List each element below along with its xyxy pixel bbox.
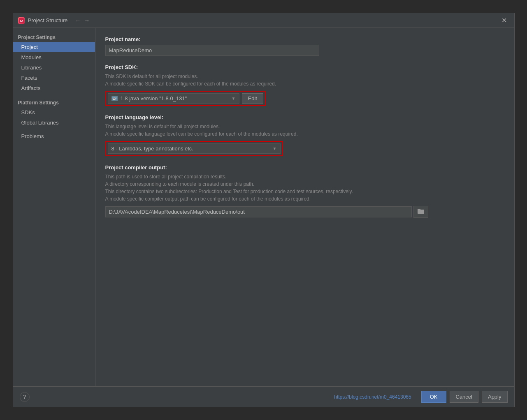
- language-dropdown-arrow: ▼: [269, 146, 277, 151]
- sidebar-item-libraries[interactable]: Libraries: [13, 62, 95, 73]
- title-bar-left: IJ Project Structure ← →: [18, 17, 91, 24]
- sidebar: Project Settings Project Modules Librari…: [13, 28, 95, 386]
- project-name-group: Project name:: [105, 36, 504, 56]
- project-settings-label: Project Settings: [13, 31, 95, 42]
- sdk-edit-button[interactable]: Edit: [242, 93, 263, 104]
- compiler-output-input[interactable]: [105, 206, 412, 217]
- dialog-body: Project Settings Project Modules Librari…: [13, 28, 514, 386]
- compiler-output-group: Project compiler output: This path is us…: [105, 164, 504, 218]
- sidebar-item-artifacts[interactable]: Artifacts: [13, 83, 95, 93]
- help-button[interactable]: ?: [20, 392, 30, 402]
- language-level-desc: This language level is default for all p…: [105, 123, 504, 138]
- sdk-icon: ☕: [111, 96, 118, 101]
- sidebar-item-project[interactable]: Project: [13, 42, 95, 52]
- sdk-value: 1.8 java version "1.8.0_131": [121, 95, 187, 102]
- sidebar-item-global-libraries[interactable]: Global Libraries: [13, 118, 95, 128]
- footer-left: ?: [20, 392, 30, 402]
- title-bar: IJ Project Structure ← → ✕: [13, 13, 514, 28]
- folder-browse-button[interactable]: [413, 206, 428, 218]
- sdk-select[interactable]: ☕ 1.8 java version "1.8.0_131" ▼: [108, 93, 239, 104]
- language-select[interactable]: 8 - Lambdas, type annotations etc. ▼: [108, 143, 281, 154]
- sdk-dropdown-arrow: ▼: [228, 96, 236, 101]
- platform-settings-label: Platform Settings: [13, 97, 95, 107]
- project-name-input[interactable]: [105, 45, 319, 56]
- nav-arrows: ← →: [74, 17, 91, 24]
- project-structure-dialog: IJ Project Structure ← → ✕ Project Setti…: [13, 13, 515, 407]
- sidebar-item-facets[interactable]: Facets: [13, 73, 95, 83]
- compiler-output-label: Project compiler output:: [105, 164, 504, 171]
- project-sdk-label: Project SDK:: [105, 64, 504, 70]
- sidebar-divider-2: [13, 128, 95, 131]
- sidebar-item-sdks[interactable]: SDKs: [13, 107, 95, 118]
- dialog-title: Project Structure: [28, 17, 68, 23]
- sidebar-divider-1: [13, 93, 95, 97]
- sdk-row: ☕ 1.8 java version "1.8.0_131" ▼ Edit: [105, 91, 266, 106]
- project-sdk-group: Project SDK: This SDK is default for all…: [105, 64, 504, 106]
- folder-icon: [417, 208, 425, 214]
- language-level-label: Project language level:: [105, 114, 504, 120]
- main-content: Project name: Project SDK: This SDK is d…: [95, 28, 514, 386]
- app-icon: IJ: [18, 17, 25, 24]
- project-sdk-desc: This SDK is default for all project modu…: [105, 73, 504, 88]
- svg-text:IJ: IJ: [20, 19, 23, 23]
- language-select-wrapper: 8 - Lambdas, type annotations etc. ▼: [105, 141, 283, 156]
- compiler-output-desc: This path is used to store all project c…: [105, 173, 504, 203]
- back-arrow[interactable]: ←: [74, 17, 81, 24]
- compiler-output-row: [105, 206, 504, 218]
- dialog-footer: ? https://blog.csdn.net/m0_46413065 OK C…: [13, 386, 514, 407]
- footer-right: https://blog.csdn.net/m0_46413065 OK Can…: [334, 391, 507, 403]
- forward-arrow[interactable]: →: [83, 17, 91, 24]
- apply-button[interactable]: Apply: [482, 391, 508, 403]
- footer-url: https://blog.csdn.net/m0_46413065: [334, 394, 411, 400]
- ok-button[interactable]: OK: [421, 391, 446, 403]
- project-name-label: Project name:: [105, 36, 504, 42]
- language-level-group: Project language level: This language le…: [105, 114, 504, 156]
- language-level-value: 8 - Lambdas, type annotations etc.: [111, 145, 269, 152]
- svg-text:☕: ☕: [113, 97, 116, 100]
- close-button[interactable]: ✕: [499, 16, 509, 25]
- sidebar-item-modules[interactable]: Modules: [13, 52, 95, 62]
- cancel-button[interactable]: Cancel: [450, 391, 478, 403]
- sidebar-item-problems[interactable]: Problems: [13, 131, 95, 141]
